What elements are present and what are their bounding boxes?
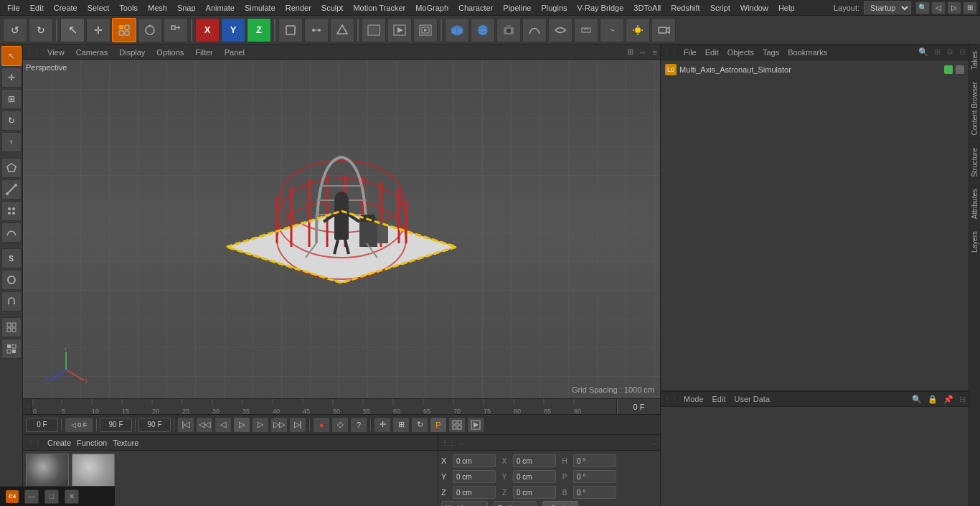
hair-button[interactable]: ~: [600, 18, 624, 42]
deformer-button[interactable]: [574, 18, 598, 42]
play-forward-button[interactable]: ▷: [233, 417, 250, 433]
rotate-tool-button[interactable]: [138, 18, 162, 42]
menu-snap[interactable]: Snap: [173, 2, 200, 14]
menu-help[interactable]: Help: [774, 2, 799, 14]
light-button[interactable]: [626, 18, 650, 42]
viewport[interactable]: Perspective: [23, 60, 660, 398]
record-button[interactable]: ●: [313, 417, 330, 433]
sphere-button[interactable]: [471, 18, 495, 42]
grid-playback-button[interactable]: [448, 417, 466, 433]
render-frame-button[interactable]: [467, 417, 484, 433]
tool-ring[interactable]: [1, 270, 22, 290]
pivot-button[interactable]: P: [430, 417, 447, 433]
menu-motion-tracker[interactable]: Motion Tracker: [349, 2, 410, 14]
keyframe-button[interactable]: ◇: [331, 417, 349, 433]
move-tool-button[interactable]: ✛: [86, 18, 110, 42]
render-region-button[interactable]: [362, 18, 386, 42]
cube-button[interactable]: [445, 18, 469, 42]
rs-tab-takes[interactable]: Takes: [969, 44, 980, 75]
menu-file[interactable]: File: [3, 2, 24, 14]
restore-button[interactable]: □: [44, 489, 59, 504]
object-mode-button[interactable]: [278, 18, 303, 42]
menu-script[interactable]: Script: [706, 2, 735, 14]
next-layout-icon[interactable]: ▷: [947, 1, 961, 14]
mat-texture-btn[interactable]: Texture: [113, 439, 138, 447]
minimize-button[interactable]: —: [24, 489, 39, 504]
playback-start-frame-input[interactable]: ◁ 0 F: [65, 417, 93, 433]
tool-rotate[interactable]: ↻: [1, 111, 22, 131]
y-axis-button[interactable]: Y: [221, 18, 245, 42]
start-frame-input[interactable]: [26, 418, 58, 432]
menu-simulate[interactable]: Simulate: [240, 2, 280, 14]
obj-tags-btn[interactable]: Tags: [760, 47, 782, 58]
nurbs-button[interactable]: [548, 18, 573, 42]
spline-button[interactable]: [522, 18, 547, 42]
menu-animate[interactable]: Animate: [202, 2, 239, 14]
menu-character[interactable]: Character: [454, 2, 497, 14]
end-frame-input[interactable]: [100, 418, 132, 432]
step-frame-input[interactable]: [138, 418, 171, 432]
next-frame-button[interactable]: ▷▷: [270, 417, 288, 433]
menu-window[interactable]: Window: [736, 2, 773, 14]
b-input[interactable]: [573, 486, 616, 499]
menu-create[interactable]: Create: [50, 2, 82, 14]
search-icon[interactable]: 🔍: [915, 1, 930, 14]
x-rot-input[interactable]: [513, 454, 556, 467]
viewport-sync-icon[interactable]: ↔: [639, 48, 647, 57]
menu-vray[interactable]: V-Ray Bridge: [573, 2, 628, 14]
timeline-ruler[interactable]: 0 5 10 15 20 25 30 35 40 45 50 55: [32, 399, 617, 414]
z-rot-input[interactable]: [513, 486, 556, 499]
menu-3dtoall[interactable]: 3DToAll: [629, 2, 665, 14]
menu-sculpt[interactable]: Sculpt: [317, 2, 348, 14]
tool-grid1[interactable]: [1, 317, 22, 337]
obj-search-icon[interactable]: 🔍: [918, 47, 928, 57]
obj-filter-icon[interactable]: ⊞: [934, 47, 941, 57]
tool-cursor[interactable]: ↖: [1, 46, 22, 66]
undo-button[interactable]: ↺: [3, 18, 27, 42]
tool-s[interactable]: S: [1, 248, 22, 268]
edge-mode-button[interactable]: [330, 18, 354, 42]
vp-tab-panel[interactable]: Panel: [220, 47, 249, 58]
viewport-menu-icon[interactable]: ≡: [653, 48, 657, 57]
scale-tool-button[interactable]: [112, 18, 136, 42]
rs-tab-layers[interactable]: Layers: [969, 225, 980, 258]
vp-tab-filter[interactable]: Filter: [191, 47, 217, 58]
menu-select[interactable]: Select: [83, 2, 114, 14]
menu-mograph[interactable]: MoGraph: [411, 2, 453, 14]
obj-settings-icon[interactable]: ⚙: [946, 47, 953, 57]
menu-render[interactable]: Render: [281, 2, 316, 14]
next-step-button[interactable]: ▷: [252, 417, 269, 433]
camera-button[interactable]: [496, 18, 521, 42]
tool-spline[interactable]: [1, 222, 22, 243]
tool-edge[interactable]: [1, 179, 22, 200]
tool-point[interactable]: [1, 201, 22, 221]
attr-pin-icon[interactable]: 📌: [943, 395, 953, 404]
obj-file-btn[interactable]: File: [681, 47, 699, 58]
vp-tab-cameras[interactable]: Cameras: [72, 47, 113, 58]
z-pos-input[interactable]: [453, 486, 496, 499]
close-button[interactable]: ✕: [65, 489, 79, 504]
y-pos-input[interactable]: [453, 470, 496, 483]
tool-polygon[interactable]: [1, 158, 22, 178]
menu-edit[interactable]: Edit: [26, 2, 48, 14]
obj-item-astronaut[interactable]: L0 Multi_Axis_Astronaut_Simulator: [662, 62, 967, 78]
prev-step-button[interactable]: ◁: [215, 417, 232, 433]
render-picture-viewer-button[interactable]: [387, 18, 412, 42]
attr-edit-btn[interactable]: Edit: [710, 393, 729, 405]
rs-tab-attributes[interactable]: Attributes: [969, 182, 980, 225]
obj-expand-icon[interactable]: ⊟: [959, 47, 966, 57]
rs-tab-structure[interactable]: Structure: [969, 141, 980, 183]
menu-tools[interactable]: Tools: [115, 2, 142, 14]
rs-tab-content-browser[interactable]: Content Browser: [969, 75, 980, 141]
tool-grid2[interactable]: [1, 339, 22, 359]
scale-dropdown[interactable]: Scale: [494, 501, 537, 506]
x-pos-input[interactable]: [453, 454, 496, 467]
apply-button[interactable]: Apply: [542, 501, 578, 506]
x-axis-button[interactable]: X: [195, 18, 220, 42]
vp-tab-display[interactable]: Display: [115, 47, 149, 58]
mat-function-btn[interactable]: Function: [77, 439, 107, 447]
attr-expand-icon[interactable]: ⊟: [959, 395, 966, 404]
obj-objects-btn[interactable]: Objects: [725, 47, 757, 58]
world-dropdown[interactable]: World: [441, 501, 488, 506]
viewport-maximize-icon[interactable]: ⊞: [627, 47, 633, 57]
